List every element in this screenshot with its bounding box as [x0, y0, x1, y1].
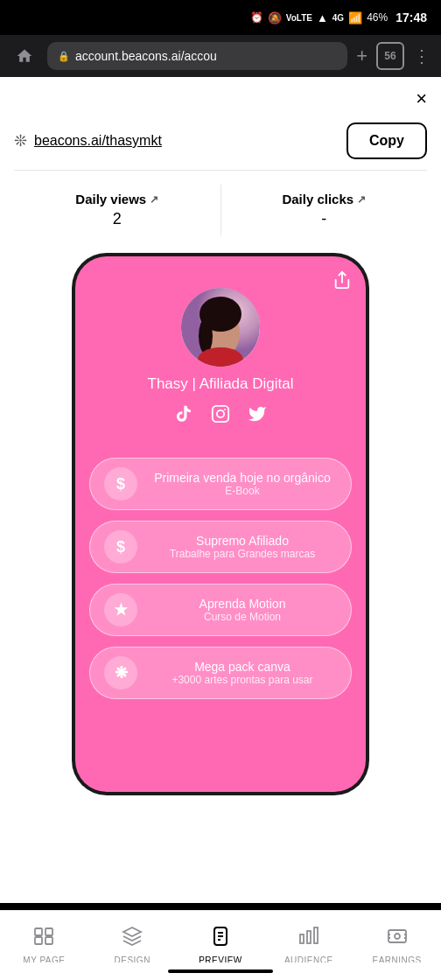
silent-icon: 🔕: [268, 11, 282, 24]
external-link-icon-2: ↗: [357, 193, 366, 206]
status-icons: ⏰ 🔕 VoLTE ▲ 4G 📶 46% 17:48: [250, 10, 427, 24]
preview-icon: [210, 926, 231, 952]
svg-point-5: [199, 318, 213, 354]
link-button-text-0: Primeira venda hoje no orgânicoE-Book: [148, 471, 337, 497]
design-icon: [122, 926, 143, 952]
svg-rect-12: [35, 937, 42, 944]
add-tab-button[interactable]: +: [356, 45, 368, 67]
wifi-icon: ▲: [317, 11, 328, 24]
link-button-icon-1: $: [104, 530, 137, 564]
external-link-icon: ↗: [150, 193, 158, 206]
daily-views-stat[interactable]: Daily views ↗ 2: [14, 185, 221, 235]
battery-label: 46%: [367, 11, 388, 24]
more-button[interactable]: ⋮: [413, 46, 430, 66]
daily-clicks-value: -: [221, 210, 428, 228]
link-button-0[interactable]: $Primeira venda hoje no orgânicoE-Book: [89, 458, 352, 510]
status-time: 17:48: [396, 10, 427, 24]
svg-rect-10: [35, 928, 42, 935]
avatar: [181, 288, 260, 367]
profile-link[interactable]: beacons.ai/thasymkt: [34, 133, 162, 149]
share-button[interactable]: [332, 270, 352, 295]
signal-icon: 📶: [348, 11, 362, 24]
link-button-2[interactable]: ★Aprenda MotionCurso de Motion: [89, 584, 352, 636]
home-button[interactable]: [10, 42, 38, 70]
network-label: 4G: [332, 13, 344, 23]
copy-button[interactable]: Copy: [346, 122, 427, 159]
phone-screen: Thasy | Afiliada Digital: [75, 256, 366, 792]
my-page-icon: [33, 926, 54, 952]
link-button-subtitle-3: +3000 artes prontas para usar: [148, 674, 337, 686]
link-button-subtitle-1: Trabalhe para Grandes marcas: [148, 548, 337, 560]
link-button-text-2: Aprenda MotionCurso de Motion: [148, 597, 337, 623]
browser-actions: + 56 ⋮: [356, 42, 430, 70]
instagram-icon[interactable]: [208, 402, 233, 426]
svg-rect-19: [307, 931, 311, 943]
svg-rect-7: [213, 406, 228, 422]
close-button[interactable]: ×: [416, 88, 427, 110]
link-button-3[interactable]: ❋Mega pack canva+3000 artes prontas para…: [89, 647, 352, 699]
beacons-logo-icon: ❊: [14, 131, 27, 150]
svg-point-9: [224, 409, 226, 410]
main-content: × ❊ beacons.ai/thasymkt Copy Daily views…: [0, 77, 441, 903]
alarm-icon: ⏰: [250, 11, 263, 24]
link-button-text-3: Mega pack canva+3000 artes prontas para …: [148, 660, 337, 686]
link-button-icon-2: ★: [104, 593, 137, 626]
link-buttons: $Primeira venda hoje no orgânicoE-Book$S…: [89, 458, 352, 699]
link-button-subtitle-2: Curso de Motion: [148, 611, 337, 623]
phone-wrapper: Thasy | Afiliada Digital: [14, 253, 427, 795]
status-bar: ⏰ 🔕 VoLTE ▲ 4G 📶 46% 17:48: [0, 0, 441, 35]
stats-row: Daily views ↗ 2 Daily clicks ↗ -: [14, 185, 427, 235]
svg-point-22: [395, 934, 400, 939]
tiktok-icon[interactable]: [172, 402, 196, 426]
svg-rect-21: [388, 930, 406, 942]
link-button-title-1: Supremo Afiliado: [148, 534, 337, 548]
social-icons: [172, 402, 270, 426]
url-bar[interactable]: 🔒 account.beacons.ai/accou: [47, 42, 347, 70]
link-left: ❊ beacons.ai/thasymkt: [14, 131, 162, 150]
daily-clicks-stat[interactable]: Daily clicks ↗ -: [221, 185, 428, 235]
profile-section: Thasy | Afiliada Digital: [89, 288, 352, 444]
daily-views-value: 2: [14, 210, 220, 228]
link-button-title-2: Aprenda Motion: [148, 597, 337, 611]
link-button-title-3: Mega pack canva: [148, 660, 337, 674]
daily-clicks-label: Daily clicks ↗: [221, 192, 428, 206]
svg-rect-20: [314, 928, 318, 943]
link-section: ❊ beacons.ai/thasymkt Copy: [14, 108, 427, 170]
link-button-1[interactable]: $Supremo AfiliadoTrabalhe para Grandes m…: [89, 521, 352, 573]
daily-views-label: Daily views ↗: [14, 192, 220, 206]
svg-rect-11: [46, 928, 52, 935]
tab-count-button[interactable]: 56: [376, 42, 404, 70]
link-button-title-0: Primeira venda hoje no orgânico: [148, 471, 337, 485]
twitter-icon[interactable]: [245, 402, 270, 426]
svg-rect-13: [46, 937, 52, 944]
svg-rect-18: [300, 934, 304, 943]
phone-frame: Thasy | Afiliada Digital: [72, 253, 369, 795]
browser-bar: 🔒 account.beacons.ai/accou + 56 ⋮: [0, 35, 441, 77]
link-button-icon-3: ❋: [104, 656, 137, 690]
link-button-icon-0: $: [104, 467, 137, 500]
link-button-subtitle-0: E-Book: [148, 485, 337, 497]
volte-label: VoLTE: [286, 13, 312, 23]
svg-point-8: [217, 410, 224, 417]
profile-name: Thasy | Afiliada Digital: [148, 375, 294, 393]
audience-icon: [298, 926, 319, 952]
home-indicator: [0, 962, 441, 980]
divider: [14, 170, 427, 171]
lock-icon: 🔒: [58, 51, 70, 62]
link-button-text-1: Supremo AfiliadoTrabalhe para Grandes ma…: [148, 534, 337, 560]
earnings-icon: [387, 926, 408, 952]
url-text: account.beacons.ai/accou: [75, 49, 217, 63]
home-indicator-bar: [168, 970, 273, 973]
